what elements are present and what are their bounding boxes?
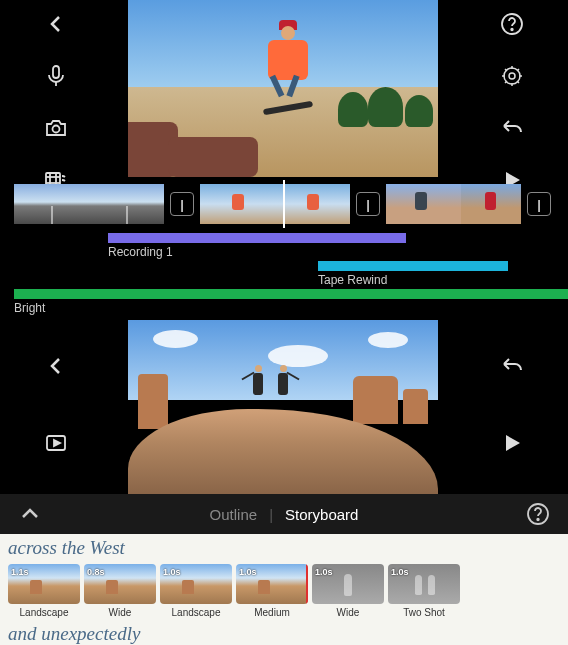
storyboard-clip[interactable]: 1.0sTwo Shot [388, 564, 460, 618]
camera-icon[interactable] [40, 112, 72, 144]
preview-area-bottom [0, 320, 568, 494]
play-button[interactable] [496, 427, 528, 459]
audio-tracks: Recording 1 Tape Rewind Bright [0, 233, 568, 315]
preview-viewer-bottom[interactable] [128, 320, 438, 494]
audio-track-recording[interactable] [108, 233, 406, 243]
microphone-icon[interactable] [40, 60, 72, 92]
svg-marker-23 [506, 435, 520, 451]
clip-label: Wide [312, 607, 384, 618]
back-button[interactable] [40, 8, 72, 40]
timeline-clip[interactable] [14, 184, 89, 224]
timeline-clip[interactable] [200, 184, 275, 224]
storyboard-clip[interactable]: 0.8sWide [84, 564, 156, 618]
tab-bar: Outline | Storyboard [0, 494, 568, 534]
storyboard-clip-row: 1.1sLandscape0.8sWide1.0sLandscape1.0sMe… [0, 562, 568, 620]
clip-label: Landscape [160, 607, 232, 618]
clip-marker [306, 564, 308, 604]
svg-marker-22 [54, 440, 60, 446]
clip-label: Two Shot [388, 607, 460, 618]
left-toolbar-top [40, 8, 72, 196]
storyboard-clip[interactable]: 1.0sMedium [236, 564, 308, 618]
undo-icon[interactable] [496, 112, 528, 144]
editor-bottom-panel: Outline | Storyboard across the West 1.1… [0, 320, 568, 645]
svg-point-25 [537, 519, 539, 521]
help-icon[interactable] [522, 498, 554, 530]
clip-duration: 1.0s [315, 567, 333, 577]
back-button[interactable] [40, 350, 72, 382]
timeline-clip[interactable] [275, 184, 350, 224]
settings-gear-icon[interactable] [496, 60, 528, 92]
preview-viewer-top[interactable] [128, 0, 438, 177]
clip-duration: 0.8s [87, 567, 105, 577]
tab-outline[interactable]: Outline [210, 506, 258, 523]
storyboard-clip[interactable]: 1.0sWide [312, 564, 384, 618]
audio-track-sfx[interactable] [318, 261, 508, 271]
theme-track-label: Bright [14, 301, 568, 315]
undo-icon[interactable] [496, 350, 528, 382]
timeline-clip[interactable] [386, 184, 461, 224]
clip-duration: 1.0s [391, 567, 409, 577]
left-toolbar-bottom [40, 350, 72, 459]
svg-rect-0 [53, 66, 59, 78]
play-outline-icon[interactable] [40, 427, 72, 459]
transition-marker[interactable]: | [527, 192, 551, 216]
clip-label: Landscape [8, 607, 80, 618]
transition-marker[interactable]: | [170, 192, 194, 216]
right-toolbar-top [496, 8, 528, 196]
tab-storyboard[interactable]: Storyboard [285, 506, 358, 523]
sfx-track-label: Tape Rewind [318, 273, 508, 287]
clip-duration: 1.1s [11, 567, 29, 577]
storyboard-panel: across the West 1.1sLandscape0.8sWide1.0… [0, 534, 568, 645]
clip-label: Medium [236, 607, 308, 618]
timeline-clip[interactable] [89, 184, 164, 224]
editor-top-panel: | | | Recording 1 Tape Rewind Bright [0, 0, 568, 320]
svg-point-9 [511, 29, 513, 31]
transition-marker[interactable]: | [356, 192, 380, 216]
clip-duration: 1.0s [239, 567, 257, 577]
recording-track-label: Recording 1 [108, 245, 406, 259]
svg-point-11 [509, 73, 515, 79]
help-icon[interactable] [496, 8, 528, 40]
clip-duration: 1.0s [163, 567, 181, 577]
storyboard-clip[interactable]: 1.1sLandscape [8, 564, 80, 618]
svg-point-2 [53, 126, 60, 133]
right-toolbar-bottom [496, 350, 528, 459]
playhead[interactable] [283, 180, 285, 228]
clip-label: Wide [84, 607, 156, 618]
expand-chevron-icon[interactable] [14, 498, 46, 530]
timeline-clip[interactable] [461, 184, 521, 224]
storyboard-caption[interactable]: across the West [0, 534, 568, 562]
storyboard-caption[interactable]: and unexpectedly [0, 620, 568, 645]
tab-separator: | [269, 506, 273, 523]
audio-track-theme[interactable] [14, 289, 568, 299]
storyboard-clip[interactable]: 1.0sLandscape [160, 564, 232, 618]
